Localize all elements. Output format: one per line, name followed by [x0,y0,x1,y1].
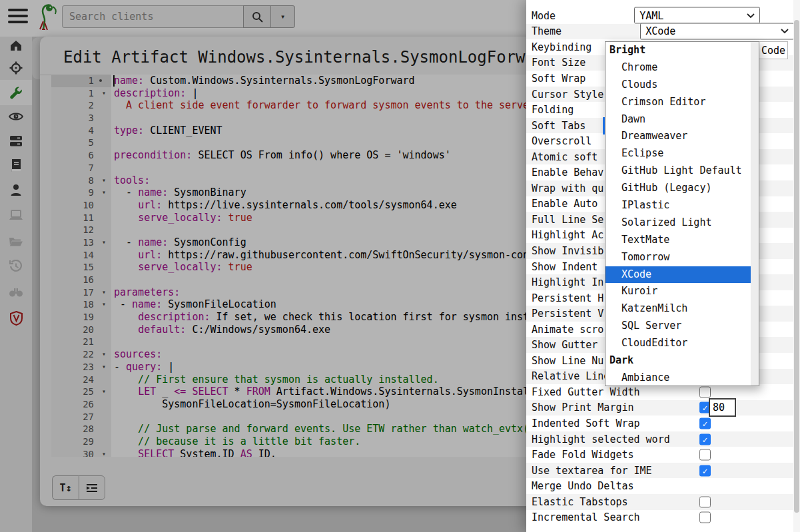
settings-label: Enable Behav [526,166,603,178]
select-mode[interactable]: YAML [634,7,760,24]
settings-label: Show Indent [526,261,598,273]
checkbox-fixed-gutter-width[interactable] [699,386,711,398]
settings-label: Keybinding [526,41,592,53]
checkbox-highlight-selected-word[interactable]: ✓ [699,433,711,445]
settings-label: Highlight In [526,276,603,288]
settings-label: Enable Auto [526,198,598,210]
theme-option[interactable]: SQL Server [605,318,751,335]
settings-row: Fixed Gutter Width [526,384,800,400]
settings-label: Folding [526,104,574,116]
theme-option[interactable]: Dawn [605,111,751,129]
settings-label: Full Line Se [526,214,603,226]
settings-row: Show Print Margin✓ [526,400,800,416]
theme-option[interactable]: GitHub (Legacy) [605,180,751,197]
settings-label: Atomic soft [526,151,598,163]
settings-label: Highlight selected word [526,433,670,445]
theme-option[interactable]: Clouds [605,77,751,94]
settings-label: Theme [526,25,562,37]
settings-label: Mode [526,10,556,22]
settings-label: Elastic Tabstops [526,496,628,508]
panel-scrollbar-thumb[interactable] [794,20,799,513]
settings-row: Use textarea for IME✓ [526,463,800,479]
theme-option[interactable]: Crimson Editor [605,94,751,111]
theme-option[interactable]: Ambiance [605,370,751,386]
settings-row: Incremental Search [526,510,800,526]
theme-group-header: Dark [605,352,751,370]
checkbox-incremental-search[interactable] [699,512,711,523]
print-margin-input[interactable] [709,398,736,417]
settings-label: Indented Soft Wrap [526,417,640,429]
settings-label: Fade Fold Widgets [526,449,634,461]
theme-option[interactable]: Chrome [605,59,751,77]
settings-label: Show Line Nu [526,355,603,367]
settings-row: Merge Undo DeltasTimed [526,478,800,494]
theme-option[interactable]: KatzenMilch [605,300,751,318]
select-value: YAML [639,9,663,21]
checkbox-use-textarea-for-ime[interactable]: ✓ [699,465,711,476]
settings-label: Persistent V [526,308,603,320]
settings-label: Animate scro [526,324,603,336]
theme-option[interactable]: Tomorrow [605,249,751,266]
theme-group-header: Bright [605,42,751,59]
settings-label: Use textarea for IME [526,465,652,477]
settings-label: Show Print Margin [526,401,634,413]
settings-label: Show Gutter [526,339,598,351]
settings-label: Incremental Search [526,511,640,523]
theme-option[interactable]: Dreamweaver [605,128,751,145]
theme-option[interactable]: Solarized Light [605,214,751,232]
theme-option[interactable]: CloudEditor [605,335,751,352]
theme-option[interactable]: Eclipse [605,145,751,162]
select-theme[interactable]: XCode [640,23,794,39]
theme-option[interactable]: GitHub Light Default [605,162,751,180]
settings-label: Merge Undo Deltas [526,480,634,492]
theme-option[interactable]: TextMate [605,232,751,249]
keybinding-value-box[interactable]: Code [759,41,788,59]
checkbox-elastic-tabstops[interactable] [699,496,711,507]
checkbox-fade-fold-widgets[interactable] [699,449,711,461]
theme-option[interactable]: Kuroir [605,283,751,300]
settings-label: Cursor Style [526,89,603,101]
settings-row: Fade Fold Widgets [526,447,800,463]
settings-row: ModeYAML [526,8,800,24]
app-root: ▾ Edit Artifact Windows.Sysinternals.Sys… [0,0,800,532]
settings-row: Highlight selected word✓ [526,431,800,447]
settings-row: Indented Soft Wrap✓ [526,415,800,431]
settings-label: Font Size [526,57,586,69]
editor-settings-panel: ModeYAMLThemeXCodeKeybindingFont SizeSof… [526,0,800,532]
theme-option[interactable]: XCode [605,266,751,284]
settings-label: Fixed Gutter Width [526,386,640,398]
settings-label: Soft Wrap [526,73,586,85]
settings-row: ThemeXCode [526,24,800,40]
settings-label: Show Invisib [526,245,603,257]
settings-label: Overscroll [526,135,592,147]
panel-scrollbar[interactable] [793,0,800,532]
theme-dropdown-popup: BrightChromeCloudsCrimson EditorDawnDrea… [605,41,759,386]
select-value: XCode [645,25,675,37]
checkbox-indented-soft-wrap[interactable]: ✓ [699,417,711,429]
settings-label: Highlight Ac [526,229,603,241]
theme-popup-scrollbar[interactable] [751,42,759,386]
settings-label: Wrap with qu [526,182,603,194]
settings-label: Persistent H [526,292,603,304]
theme-option[interactable]: IPlastic [605,197,751,214]
settings-label: Soft Tabs [526,120,586,132]
settings-row: Elastic Tabstops [526,494,800,510]
